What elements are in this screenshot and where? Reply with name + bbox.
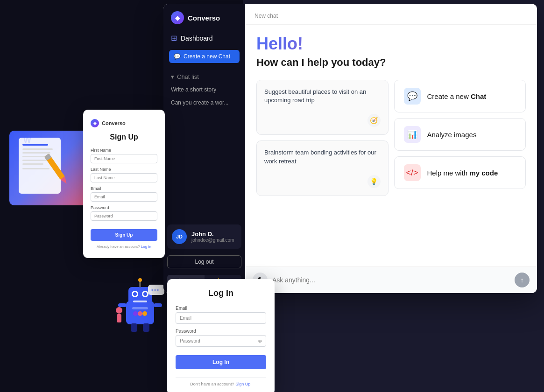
chat-item-1[interactable]: Write a short story [163, 83, 245, 96]
svg-rect-32 [117, 314, 121, 322]
user-name: John D. [191, 231, 237, 238]
svg-point-31 [116, 307, 122, 314]
login-title: Log In [176, 288, 266, 298]
signup-login-link: Already have an account? Log In [91, 245, 157, 249]
login-submit-button[interactable]: Log In [176, 355, 266, 369]
eye-icon[interactable]: 👁 [258, 338, 262, 343]
suggestion-card-2[interactable]: Brainstorm team bonding activities for o… [256, 140, 389, 196]
sidebar: ◆ Converso ⊞ Dashboard 💬 Create a new Ch… [163, 4, 245, 293]
svg-rect-27 [131, 323, 137, 332]
svg-rect-3 [22, 152, 50, 154]
svg-point-24 [142, 311, 147, 316]
signup-logo-icon: ◆ [91, 119, 99, 127]
suggestion-card-1[interactable]: Suggest beautiful places to visit on an … [256, 80, 389, 135]
email-label: Email [91, 186, 157, 191]
chat-input-area: 🎙 ↑ [245, 266, 537, 293]
signup-logo-text: Converso [102, 120, 126, 126]
login-signup-link: Don't have an account? Sign Up. [176, 382, 266, 386]
send-button[interactable]: ↑ [515, 273, 530, 287]
user-section: JD John D. johndoe@gmail.com [167, 224, 241, 249]
login-email-label: Email [176, 306, 266, 311]
code-icon: </> [404, 164, 421, 181]
svg-text:• • •: • • • [151, 287, 159, 293]
user-info: John D. johndoe@gmail.com [191, 231, 237, 243]
svg-point-23 [138, 311, 142, 316]
suggestion-text-2: Brainstorm team bonding activities for o… [264, 148, 381, 165]
suggestion-column: Suggest beautiful places to visit on an … [256, 80, 389, 196]
signup-window: ◆ Converso Sign Up First Name Last Name … [83, 110, 165, 258]
chevron-down-icon: ▾ [171, 73, 174, 80]
dashboard-icon: ⊞ [171, 34, 177, 42]
chat-header: New chat [245, 4, 537, 25]
user-avatar: JD [172, 229, 187, 244]
create-chat-card-label: Create a new Chat [427, 92, 487, 100]
logo-text: Converso [188, 14, 220, 22]
svg-rect-6 [22, 163, 43, 165]
password-label: Password [91, 205, 157, 210]
signup-link[interactable]: Sign Up. [235, 382, 252, 386]
greeting-sub: How can I help you today? [256, 56, 526, 69]
svg-rect-14 [139, 281, 141, 287]
last-name-label: Last Name [91, 167, 157, 172]
chat-list-label: Chat list [177, 73, 199, 80]
login-password-group: Password 👁 [176, 329, 266, 347]
writing-illustration: W [9, 131, 91, 205]
create-chat-icon: 💬 [174, 53, 181, 60]
compass-icon: 🧭 [367, 114, 381, 127]
logout-button[interactable]: Log out [167, 255, 241, 268]
password-group: Password [91, 205, 157, 221]
greeting-hello: Hello! [256, 34, 526, 54]
svg-rect-28 [143, 323, 149, 332]
chat-item-2[interactable]: Can you create a wor... [163, 96, 245, 109]
chat-input[interactable] [272, 276, 510, 284]
divider [176, 378, 266, 378]
signup-submit-button[interactable]: Sign Up [91, 229, 157, 241]
action-card-create-chat[interactable]: 💬 Create a new Chat [394, 80, 526, 112]
email-input[interactable] [91, 192, 157, 202]
chat-list-header: ▾ Chat list [163, 67, 245, 83]
login-password-label: Password [176, 329, 266, 334]
last-name-input[interactable] [91, 173, 157, 182]
user-email: johndoe@gmail.com [191, 238, 237, 243]
action-card-code[interactable]: </> Help me with my code [394, 156, 526, 189]
login-link[interactable]: Log In [141, 245, 151, 249]
logo-icon: ◆ [171, 11, 184, 24]
dashboard-label: Dashboard [181, 35, 213, 42]
action-cards: Suggest beautiful places to visit on an … [256, 80, 526, 196]
first-name-group: First Name [91, 148, 157, 163]
main-window: ◆ Converso ⊞ Dashboard 💬 Create a new Ch… [163, 4, 537, 293]
svg-rect-21 [132, 307, 148, 309]
suggestion-text-1: Suggest beautiful places to visit on an … [264, 88, 381, 105]
action-card-analyze[interactable]: 📊 Analyze images [394, 118, 526, 151]
code-label: Help me with my code [427, 169, 498, 177]
svg-rect-26 [154, 303, 162, 307]
lightbulb-icon: 💡 [367, 175, 381, 188]
email-group: Email [91, 186, 157, 202]
sidebar-dashboard[interactable]: ⊞ Dashboard [163, 30, 245, 46]
svg-rect-4 [22, 156, 46, 157]
svg-text:W: W [23, 135, 31, 145]
first-name-input[interactable] [91, 154, 157, 163]
chat-content: Hello! How can I help you today? Suggest… [245, 25, 537, 266]
sidebar-logo: ◆ Converso [163, 4, 245, 30]
create-chat-button[interactable]: 💬 Create a new Chat [169, 50, 240, 63]
login-email-input[interactable] [176, 312, 266, 324]
robot-illustration: • • • [114, 275, 166, 341]
login-password-input[interactable] [176, 335, 266, 347]
svg-rect-20 [133, 301, 147, 302]
signup-title: Sign Up [91, 133, 157, 141]
create-chat-label: Create a new Chat [184, 53, 230, 60]
login-window: Log In Email Password 👁 Log In Don't hav… [167, 279, 275, 392]
chat-main: New chat Hello! How can I help you today… [245, 4, 537, 293]
login-email-group: Email [176, 306, 266, 324]
password-input[interactable] [91, 211, 157, 221]
chat-icon: 💬 [404, 88, 421, 105]
signup-logo: ◆ Converso [91, 119, 157, 127]
svg-point-18 [133, 292, 137, 296]
svg-rect-25 [118, 303, 127, 307]
action-column: 💬 Create a new Chat 📊 Analyze images </>… [394, 80, 526, 196]
login-password-wrap: 👁 [176, 335, 266, 347]
svg-point-22 [133, 311, 138, 316]
svg-rect-7 [22, 168, 49, 169]
first-name-label: First Name [91, 148, 157, 153]
